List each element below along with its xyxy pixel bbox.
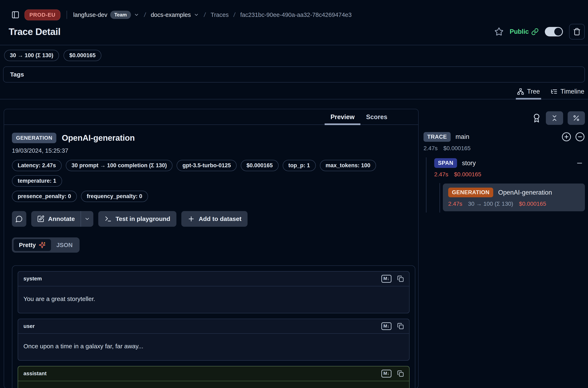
observation-panel: Preview Scores GENERATION OpenAI-generat… [4,109,419,388]
tree-node-generation-selected[interactable]: GENERATION OpenAI-generation 2.47s 30 → … [443,184,585,211]
public-label: Public [510,28,529,35]
model-badge: gpt-3.5-turbo-0125 [177,160,237,171]
tab-scores[interactable]: Scores [366,113,387,124]
trace-usage-badge: 30 → 100 (Σ 130) [4,50,59,61]
breadcrumb-traces-link[interactable]: Traces [211,12,229,18]
plus-icon [187,215,195,223]
markdown-toggle-icon[interactable]: M↓ [381,322,391,330]
chevron-down-icon [84,216,90,222]
message-role: system [23,275,42,282]
delete-trace-button[interactable] [569,24,585,40]
generation-tokens: 30 → 100 (Σ 130) [468,201,513,207]
tab-preview[interactable]: Preview [330,113,354,124]
max-tokens-badge: max_tokens: 100 [320,160,376,171]
observation-badges-row2: presence_penalty: 0 frequency_penalty: 0 [12,191,415,202]
tags-label: Tags [10,71,24,78]
frequency-penalty-badge: frequency_penalty: 0 [81,191,148,202]
markdown-toggle-icon[interactable]: M↓ [381,275,391,283]
span-children: GENERATION OpenAI-generation 2.47s 30 → … [440,183,585,213]
trace-children: SPAN story 2.47s $0.000165 GENERATION [426,157,585,213]
percent-icon [573,114,580,122]
zoom-out-icon[interactable] [575,132,585,142]
temperature-badge: temperature: 1 [12,175,62,187]
comment-icon [15,215,23,223]
sparkles-icon [39,242,46,248]
message-card-user: user M↓ Once upon a time in a galaxy far… [18,319,409,361]
tree-icon [517,88,524,95]
trace-cost-badge: $0.000165 [64,50,101,61]
breadcrumb-trace-id: fac231bc-90ee-490a-aa32-78c4269474e3 [240,12,352,18]
tab-tree[interactable]: Tree [517,88,540,99]
top-p-badge: top_p: 1 [283,160,316,171]
generation-name: OpenAI-generation [498,189,552,196]
trace-cost: $0.000165 [443,145,471,152]
trace-type-badge: TRACE [424,132,451,142]
collapse-all-button[interactable] [546,111,563,125]
timeline-icon [551,88,558,95]
terminal-icon [104,215,112,223]
copy-icon[interactable] [397,370,404,377]
sidebar-toggle-icon[interactable] [11,11,20,19]
tags-box[interactable]: Tags [3,67,585,82]
format-pretty-button[interactable]: Pretty [14,239,51,251]
tab-timeline[interactable]: Timeline [551,88,584,99]
presence-penalty-badge: presence_penalty: 0 [12,191,77,202]
page-title: Trace Detail [9,26,60,37]
star-icon[interactable] [495,27,503,36]
trace-metrics: 2.47s $0.000165 [424,145,585,152]
format-json-button[interactable]: JSON [51,239,78,251]
message-content: You are a great storyteller. [18,286,409,313]
span-cost: $0.000165 [454,171,481,178]
message-content: Once upon a time in a galaxy far, far aw… [18,334,409,360]
observation-timestamp: 19/03/2024, 15:25:37 [12,147,415,154]
collapse-span-icon[interactable] [576,159,583,167]
trace-tree-panel: TRACE main 2.47s $0.000165 SPAN [424,109,585,213]
message-content: There existed a majestic planet called L… [18,381,409,388]
link-icon [531,28,539,35]
award-icon[interactable] [532,113,541,123]
annotate-button[interactable]: Annotate [31,211,81,227]
latency-badge: Latency: 2.47s [12,160,62,171]
span-name: story [462,159,476,167]
breadcrumb: PROD-EU langfuse-dev Team / docs-example… [0,0,588,22]
observation-name: OpenAI-generation [62,133,135,143]
span-type-badge: SPAN [434,158,457,168]
generation-cost: $0.000165 [519,201,546,207]
cost-badge: $0.000165 [241,160,279,171]
trash-icon [573,28,581,36]
zoom-in-icon[interactable] [562,132,571,142]
format-toggle: Pretty JSON [12,237,80,253]
message-card-system: system M↓ You are a great storyteller. [18,271,409,313]
breadcrumb-project[interactable]: docs-examples [151,12,199,18]
public-toggle[interactable] [545,27,563,36]
observation-type-badge: GENERATION [12,133,56,143]
chevron-down-icon[interactable] [134,12,139,18]
markdown-toggle-icon[interactable]: M↓ [381,370,391,378]
span-latency: 2.47s [434,171,448,178]
comment-button[interactable] [12,211,26,227]
tree-node-trace[interactable]: TRACE main [424,132,585,142]
copy-icon[interactable] [397,275,404,282]
message-card-assistant: assistant M↓ There existed a majestic pl… [18,366,409,388]
generation-type-badge: GENERATION [448,188,493,197]
generation-metrics: 2.47s 30 → 100 (Σ 130) $0.000165 [448,201,580,207]
chevron-down-icon[interactable] [194,12,199,18]
copy-icon[interactable] [397,323,404,329]
toggle-knob [554,28,562,36]
add-to-dataset-button[interactable]: Add to dataset [181,211,248,227]
trace-latency: 2.47s [424,145,438,152]
test-in-playground-button[interactable]: Test in playground [98,211,176,227]
message-role: user [23,323,35,329]
show-percentages-button[interactable] [568,111,585,125]
message-role: assistant [23,370,47,377]
token-usage-badge: 30 prompt → 100 completion (Σ 130) [66,160,173,171]
breadcrumb-slash: / [204,11,206,18]
tree-node-span[interactable]: SPAN story [434,158,585,168]
public-link[interactable]: Public [510,28,539,35]
chevrons-down-up-icon [551,114,558,122]
breadcrumb-org[interactable]: langfuse-dev Team [73,11,139,19]
annotate-icon [37,215,45,223]
span-metrics: 2.47s $0.000165 [434,171,585,178]
annotate-dropdown-button[interactable] [81,211,93,227]
observation-badges-row1: Latency: 2.47s 30 prompt → 100 completio… [12,160,415,187]
